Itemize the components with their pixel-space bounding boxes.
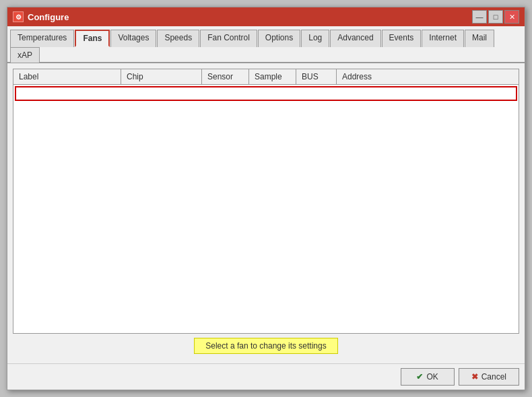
tab-bar: Temperatures Fans Voltages Speeds Fan Co…: [7, 26, 525, 63]
tab-advanced[interactable]: Advanced: [330, 30, 380, 47]
status-bar: Select a fan to change its settings: [13, 334, 519, 358]
title-bar: ⚙ Configure — □ ✕: [7, 7, 525, 26]
status-message: Select a fan to change its settings: [194, 338, 337, 354]
tab-voltages[interactable]: Voltages: [110, 30, 156, 47]
ok-icon: ✔: [416, 372, 423, 382]
title-bar-left: ⚙ Configure: [13, 11, 69, 22]
col-address: Address: [337, 69, 519, 84]
col-label: Label: [13, 69, 121, 84]
tab-events[interactable]: Events: [382, 30, 422, 47]
button-bar: ✔ OK ✖ Cancel: [7, 363, 525, 390]
cancel-label: Cancel: [481, 372, 506, 382]
minimize-button[interactable]: —: [472, 10, 487, 24]
app-icon: ⚙: [13, 11, 24, 22]
title-controls: — □ ✕: [472, 10, 519, 24]
col-sample: Sample: [249, 69, 296, 84]
tab-xap[interactable]: xAP: [10, 47, 40, 63]
tab-log[interactable]: Log: [301, 30, 329, 47]
col-chip: Chip: [121, 69, 202, 84]
tab-fan-control[interactable]: Fan Control: [200, 30, 257, 47]
tab-fans[interactable]: Fans: [75, 30, 110, 47]
configure-window: ⚙ Configure — □ ✕ Temperatures Fans Volt…: [7, 7, 525, 390]
fans-table: Label Chip Sensor Sample BUS Address: [13, 69, 519, 334]
cancel-icon: ✖: [471, 372, 478, 382]
tab-mail[interactable]: Mail: [465, 30, 494, 47]
maximize-button[interactable]: □: [488, 10, 503, 24]
table-header: Label Chip Sensor Sample BUS Address: [13, 69, 519, 85]
window-title: Configure: [28, 12, 69, 22]
tab-options[interactable]: Options: [258, 30, 300, 47]
col-sensor: Sensor: [202, 69, 249, 84]
ok-button[interactable]: ✔ OK: [401, 368, 455, 386]
tab-speeds[interactable]: Speeds: [157, 30, 199, 47]
close-button[interactable]: ✕: [504, 10, 519, 24]
tab-content: Label Chip Sensor Sample BUS Address Sel…: [7, 63, 525, 363]
table-body[interactable]: [13, 85, 519, 333]
ok-label: OK: [426, 372, 438, 382]
tab-internet[interactable]: Internet: [422, 30, 464, 47]
cancel-button[interactable]: ✖ Cancel: [459, 368, 519, 386]
tab-temperatures[interactable]: Temperatures: [10, 30, 74, 47]
col-bus: BUS: [296, 69, 337, 84]
selected-row-highlight: [15, 86, 517, 101]
